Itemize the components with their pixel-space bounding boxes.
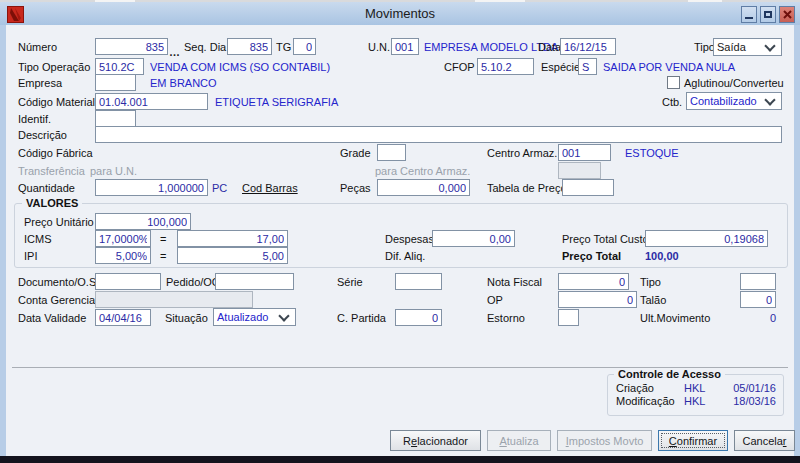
codigo-material-field[interactable] [95, 93, 208, 110]
pecas-field[interactable] [377, 179, 470, 196]
tipo-label: Tipo [694, 41, 715, 54]
modificacao-date: 18/03/16 [708, 395, 776, 408]
centro-armaz-field[interactable] [558, 144, 611, 161]
criacao-label: Criação [616, 382, 654, 395]
empresa-description: EM BRANCO [150, 77, 217, 90]
ipi-label: IPI [24, 250, 37, 263]
relacionador-button[interactable]: Relacionador [390, 430, 481, 451]
transferencia-para-centro-label: para Centro Armaz. [375, 165, 470, 178]
especie-description: SAIDA POR VENDA NULA [603, 61, 735, 74]
situacao-label: Situação [165, 312, 208, 325]
cod-barras-link[interactable]: Cod Barras [242, 182, 298, 195]
pedido-field[interactable] [215, 273, 294, 290]
especie-label: Espécie [541, 61, 580, 74]
tipo-select[interactable]: Saída [713, 38, 782, 56]
grade-label: Grade [340, 147, 371, 160]
tabela-preco-field[interactable] [562, 179, 614, 196]
preco-total-value: 100,00 [645, 250, 679, 263]
quantidade-label: Quantidade [18, 182, 75, 195]
seq-dia-field[interactable] [227, 38, 272, 55]
talao-field[interactable] [740, 291, 776, 308]
minimize-icon [745, 17, 753, 19]
un-label: U.N. [368, 41, 390, 54]
c-partida-field[interactable] [395, 309, 442, 326]
cfop-label: CFOP [444, 61, 475, 74]
aglutinou-checkbox[interactable] [667, 76, 680, 89]
preco-unitario-field[interactable] [95, 213, 191, 230]
tipo-nf-field[interactable] [740, 273, 776, 290]
icms-label: ICMS [24, 233, 52, 246]
ctb-select[interactable]: Contabilizado [686, 92, 782, 110]
background-bottom-bar [0, 456, 800, 463]
especie-field[interactable] [578, 58, 597, 75]
confirmar-button[interactable]: Confirmar [658, 430, 728, 451]
conta-gerencial-field [95, 291, 253, 308]
pedido-label: Pedido/OC [166, 276, 220, 289]
descricao-field[interactable] [95, 126, 782, 143]
chevron-down-icon [764, 94, 775, 105]
transferencia-label: Transferência [18, 165, 85, 178]
empresa-field[interactable] [95, 74, 136, 91]
despesas-field[interactable] [432, 230, 515, 247]
maximize-button[interactable] [760, 6, 776, 23]
tg-field[interactable] [293, 38, 316, 55]
criacao-user: HKL [684, 382, 705, 395]
situacao-select[interactable]: Atualizado [213, 308, 296, 326]
data-label: Data [538, 41, 561, 54]
movimentos-window: Movimentos Número … Seq. Dia TG U.N. EMP… [0, 0, 800, 463]
estorno-label: Estorno [487, 312, 525, 325]
icms-value-field[interactable] [177, 230, 288, 247]
ipi-value-field[interactable] [177, 247, 288, 264]
chevron-down-icon [764, 40, 775, 51]
nota-fiscal-field[interactable] [558, 273, 629, 290]
numero-lookup-button[interactable]: … [169, 47, 181, 58]
close-button[interactable] [779, 6, 795, 23]
serie-field[interactable] [395, 273, 442, 290]
documento-label: Documento/O.S [18, 276, 96, 289]
titlebar: Movimentos [0, 2, 800, 25]
un-field[interactable] [391, 38, 419, 55]
ipi-equals-sign: = [160, 250, 166, 263]
op-field[interactable] [558, 291, 637, 308]
minimize-button[interactable] [741, 6, 757, 23]
codigo-fabrica-label: Código Fábrica [18, 147, 93, 160]
modificacao-user: HKL [684, 395, 705, 408]
documento-field[interactable] [95, 273, 161, 290]
preco-unitario-label: Preço Unitário [24, 216, 94, 229]
controle-acesso-title: Controle de Acesso [614, 368, 725, 381]
impostos-movto-button[interactable]: Impostos Movto [557, 430, 652, 451]
modificacao-label: Modificação [616, 395, 675, 408]
window-title: Movimentos [0, 6, 800, 21]
numero-field[interactable] [95, 38, 168, 55]
grade-field[interactable] [377, 144, 406, 161]
data-validade-field[interactable] [95, 309, 151, 326]
icms-pct-field[interactable] [95, 230, 151, 247]
valores-title: VALORES [22, 197, 82, 210]
icms-equals-sign: = [160, 233, 166, 246]
centro-armaz-label: Centro Armaz. [487, 147, 557, 160]
transferencia-centro-field [558, 162, 601, 179]
chevron-down-icon [278, 310, 289, 321]
quantidade-field[interactable] [95, 179, 208, 196]
tipo-operacao-field[interactable] [95, 58, 144, 75]
cfop-field[interactable] [477, 58, 534, 75]
codigo-material-description: ETIQUETA SERIGRAFIA [215, 96, 338, 109]
op-label: OP [487, 294, 503, 307]
aglutinou-label: Aglutinou/Converteu [684, 77, 784, 90]
tabela-preco-label: Tabela de Preço [487, 182, 567, 195]
preco-total-custo-field[interactable] [645, 230, 768, 247]
close-icon [783, 10, 792, 19]
estorno-field[interactable] [558, 309, 579, 326]
identif-field[interactable] [95, 110, 136, 127]
tipo-nf-label: Tipo [640, 276, 661, 289]
ipi-pct-field[interactable] [95, 247, 151, 264]
cancelar-button[interactable]: Cancelar [734, 430, 795, 451]
numero-label: Número [18, 41, 57, 54]
conta-gerencial-label: Conta Gerencial [18, 294, 98, 307]
pecas-label: Peças [340, 182, 371, 195]
data-field[interactable] [560, 38, 616, 55]
atualiza-button[interactable]: Atualiza [487, 430, 551, 451]
empresa-label: Empresa [18, 77, 62, 90]
tipo-operacao-label: Tipo Operação [18, 61, 90, 74]
criacao-date: 05/01/16 [708, 382, 776, 395]
